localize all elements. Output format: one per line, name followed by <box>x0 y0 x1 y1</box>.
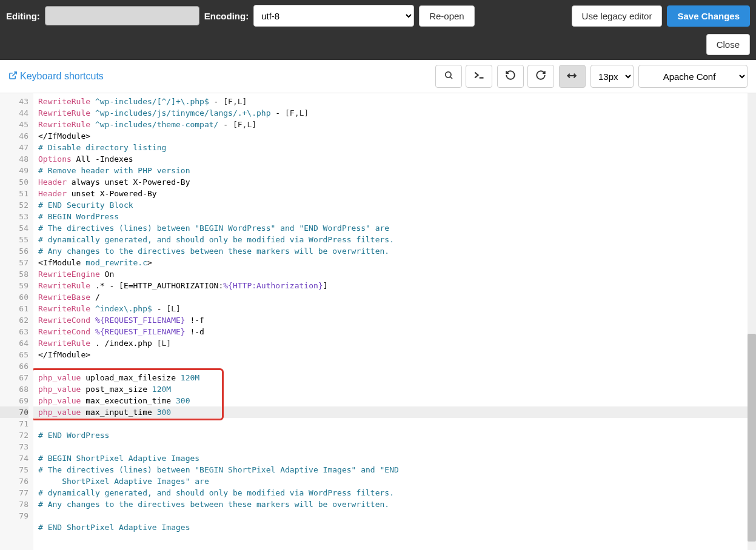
header-actions: Use legacy editor Save Changes <box>572 5 750 27</box>
close-button[interactable]: Close <box>706 34 750 55</box>
code-content[interactable]: RewriteRule ^wp-includes/[^/]+\.php$ - [… <box>33 93 748 550</box>
reopen-button[interactable]: Re-open <box>419 5 475 27</box>
shortcuts-text: Keyboard shortcuts <box>20 71 104 82</box>
fontsize-select[interactable]: 13px <box>590 65 634 88</box>
external-link-icon <box>8 71 18 82</box>
undo-button[interactable] <box>497 65 524 88</box>
search-button[interactable] <box>435 65 462 88</box>
svg-line-0 <box>12 71 16 76</box>
encoding-label: Encoding: <box>204 11 249 21</box>
syntax-select[interactable]: Apache Conf <box>638 65 748 88</box>
svg-point-1 <box>446 72 451 78</box>
redo-button[interactable] <box>527 65 554 88</box>
encoding-select[interactable]: utf-8 <box>253 5 414 27</box>
editing-input[interactable] <box>45 6 199 25</box>
keyboard-shortcuts-link[interactable]: Keyboard shortcuts <box>8 71 104 82</box>
header-bar: Editing: Encoding: utf-8 Re-open Use leg… <box>0 0 756 60</box>
wrap-icon <box>566 71 578 82</box>
editor-toolbar: Keyboard shortcuts 13px Apache Conf <box>0 60 756 93</box>
header-row2: Close <box>6 34 750 55</box>
svg-line-2 <box>450 77 452 79</box>
undo-icon <box>505 70 516 83</box>
legacy-editor-button[interactable]: Use legacy editor <box>572 5 663 27</box>
redo-icon <box>535 70 546 83</box>
vertical-scrollbar[interactable] <box>748 93 756 550</box>
search-icon <box>444 70 453 82</box>
line-gutter: 4344454647484950515253545556575859606162… <box>0 93 33 550</box>
save-changes-button[interactable]: Save Changes <box>667 5 750 27</box>
terminal-icon <box>473 71 484 82</box>
terminal-button[interactable] <box>466 65 492 88</box>
wrap-button[interactable] <box>559 65 586 88</box>
editing-label: Editing: <box>6 11 40 21</box>
scroll-thumb[interactable] <box>748 334 756 542</box>
editor-area[interactable]: 4344454647484950515253545556575859606162… <box>0 93 756 550</box>
